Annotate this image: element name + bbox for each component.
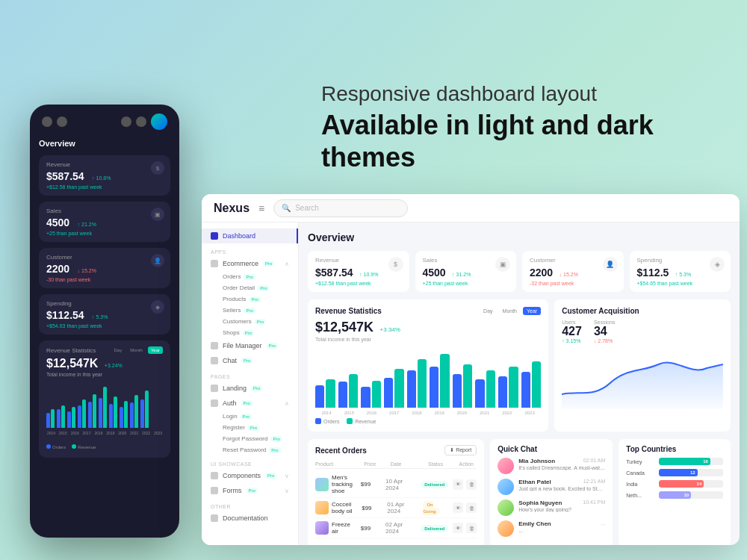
chat-name-3: Sophia Nguyen <box>518 500 562 506</box>
stat-card-revenue: $ Revenue $587.54 ↑ 10.9% +$12.58 than p… <box>308 251 409 292</box>
spending-card-value: $112.5 <box>637 267 669 279</box>
mobile-tab-month[interactable]: Month <box>127 346 146 354</box>
sidebar-item-ecommerce[interactable]: Ecommerce Pro ∧ <box>202 256 298 271</box>
rev-tabs: Day Month Year <box>480 307 541 315</box>
mobile-header <box>39 113 170 130</box>
sidebar-subitem-login[interactable]: Login Pro <box>202 411 298 422</box>
country-row-india: India 14 <box>626 480 723 488</box>
mobile-stats-header: Revenue Statistics Day Month Year <box>46 346 163 354</box>
desktop-overview-label: Overview <box>308 231 731 243</box>
chat-avatar-2 <box>498 479 514 495</box>
sidebar-section-apps: Apps <box>202 243 298 256</box>
rev-tab-month[interactable]: Month <box>499 307 521 315</box>
mobile-tab-day[interactable]: Day <box>111 346 125 354</box>
mobile-chart-bars <box>46 383 163 428</box>
sales-card-icon: ▣ <box>495 257 510 272</box>
sidebar-subitem-forgot-password[interactable]: Forgot Password Pro <box>202 433 298 444</box>
hero-title: Available in light and dark themes <box>321 109 710 173</box>
mobile-settings-icon <box>121 116 131 127</box>
country-bar-india: 14 <box>659 480 704 488</box>
sidebar-item-auth[interactable]: Auth Pro ∧ <box>202 396 298 411</box>
rev-value-row: $12,547K +3.34% <box>315 320 541 335</box>
table-row: Cocceil body oil $99 01 Apr 2024 On Goin… <box>315 498 477 518</box>
acq-chart-svg <box>562 349 723 409</box>
stat-card-customer: 👤 Customer 2200 ↓ 15.2% -32 than past we… <box>522 251 624 292</box>
top-countries-panel: Top Countries Turkey 16 Canada <box>619 439 731 545</box>
sidebar-subitem-register[interactable]: Register Pro <box>202 422 298 433</box>
acq-users-growth: ↑ 3.15% <box>562 338 582 343</box>
customer-acquisition-panel: Customer Acquisition Users 427 ↑ 3.15% S… <box>554 299 731 432</box>
chat-time-4: ... <box>601 520 605 527</box>
stat-cards-row: $ Revenue $587.54 ↑ 10.9% +$12.58 than p… <box>308 251 731 292</box>
order-view-btn-2[interactable]: 👁 <box>453 503 463 513</box>
landing-icon <box>211 385 218 392</box>
sidebar-item-documentation[interactable]: Documentation <box>202 511 298 526</box>
topbar-menu-icon[interactable]: ≡ <box>258 202 264 214</box>
mobile-sales-icon: ▣ <box>151 208 164 221</box>
sidebar-item-chat[interactable]: Chat Pro <box>202 353 298 368</box>
sidebar-item-file-manager[interactable]: File Manager Pro <box>202 338 298 353</box>
rev-tab-day[interactable]: Day <box>480 307 496 315</box>
country-bar-bg-neth: 10 <box>659 491 723 499</box>
mobile-spending-label: Spending <box>46 300 163 307</box>
acq-chart <box>562 349 723 409</box>
order-status-3: Delivered <box>421 525 448 532</box>
order-price-3: $99 <box>361 525 381 532</box>
country-row-canada: Canada 12 <box>626 469 723 476</box>
sidebar-subitem-order-detail[interactable]: Order Detail Pro <box>202 282 298 293</box>
chat-item-3: Sophia Nguyen 10:41 PM How's your day go… <box>498 500 605 516</box>
sidebar-subitem-shops[interactable]: Shops Pro <box>202 327 298 338</box>
order-date-1: 10 Apr 2024 <box>385 478 416 491</box>
hero-subtitle: Responsive dashboard layout <box>321 82 710 106</box>
acq-stats: Users 427 ↑ 3.15% Sessions 34 ↓ 2.78% <box>562 320 723 343</box>
acq-sessions-growth: ↓ 2.78% <box>594 338 615 343</box>
sidebar-item-components[interactable]: Components Pro ∨ <box>202 468 298 483</box>
mobile-stats-card: Revenue Statistics Day Month Year $12,54… <box>39 340 170 458</box>
orders-report-btn[interactable]: ⬇ Report <box>444 445 477 455</box>
rev-growth: +3.34% <box>380 326 400 333</box>
spending-card-icon: ◈ <box>710 257 725 272</box>
product-thumb-1 <box>315 478 329 491</box>
mobile-tab-year[interactable]: Year <box>148 346 163 354</box>
sidebar-subitem-orders[interactable]: Orders Pro <box>202 271 298 282</box>
sidebar-item-landing[interactable]: Landing Pro <box>202 381 298 396</box>
sidebar-subitem-customers[interactable]: Customers Pro <box>202 316 298 327</box>
order-view-btn-3[interactable]: 👁 <box>453 523 463 533</box>
chat-avatar-4 <box>498 520 514 537</box>
sidebar-subitem-products[interactable]: Products Pro <box>202 293 298 305</box>
order-view-btn-1[interactable]: 👁 <box>453 479 463 490</box>
mobile-stats-label: Revenue Statistics <box>46 347 96 354</box>
rev-chart-labels: 2014 2015 2016 2017 2018 2019 2020 2021 … <box>315 411 541 415</box>
topbar-search[interactable]: 🔍 Search <box>273 199 408 217</box>
mobile-spending-card: Spending $112.54 ↑ 5.3% +$54.63 than pas… <box>39 294 170 335</box>
auth-icon <box>211 399 218 407</box>
order-delete-btn-3[interactable]: 🗑 <box>466 523 477 533</box>
middle-row: Revenue Statistics Day Month Year $12,54… <box>308 299 731 432</box>
sidebar-item-dashboard[interactable]: Dashboard <box>202 228 298 243</box>
mobile-sales-value: 4500 ↑ 21.2% <box>46 216 163 229</box>
chat-time-3: 10:41 PM <box>583 500 605 506</box>
sidebar-subitem-reset-password[interactable]: Reset Password Pro <box>202 444 298 455</box>
country-val-india: 14 <box>697 482 702 486</box>
order-delete-btn-2[interactable]: 🗑 <box>466 503 477 513</box>
rev-tab-year[interactable]: Year <box>523 307 541 315</box>
forms-chevron: ∨ <box>285 488 289 494</box>
mobile-avatar <box>151 113 167 130</box>
products-badge: Pro <box>249 296 261 302</box>
desktop-main: Overview $ Revenue $587.54 ↑ 10.9% +$12.… <box>299 223 740 545</box>
country-bar-canada: 12 <box>659 469 697 476</box>
col-header-date: Date <box>391 461 424 467</box>
quick-chat-panel: Quick Chat Mia Johnson 02:01 AM It's cal… <box>490 439 613 545</box>
spending-card-growth: ↑ 5.3% <box>675 272 691 277</box>
col-header-product: Product <box>315 461 359 467</box>
chat-content-3: Sophia Nguyen 10:41 PM How's your day go… <box>518 500 605 516</box>
order-delete-btn-1[interactable]: 🗑 <box>466 479 477 490</box>
rev-header: Revenue Statistics Day Month Year <box>315 307 541 315</box>
order-status-2: On Going <box>423 501 439 515</box>
sidebar-item-forms[interactable]: Forms Pro ∨ <box>202 483 298 498</box>
sidebar-subitem-sellers[interactable]: Sellers Pro <box>202 305 298 316</box>
chat-name-1: Mia Johnson <box>518 458 555 464</box>
country-bar-bg-india: 14 <box>659 480 723 488</box>
desktop-topbar: Nexus ≡ 🔍 Search <box>202 194 740 223</box>
spending-card-sub: +$54.65 than past week <box>637 281 724 286</box>
